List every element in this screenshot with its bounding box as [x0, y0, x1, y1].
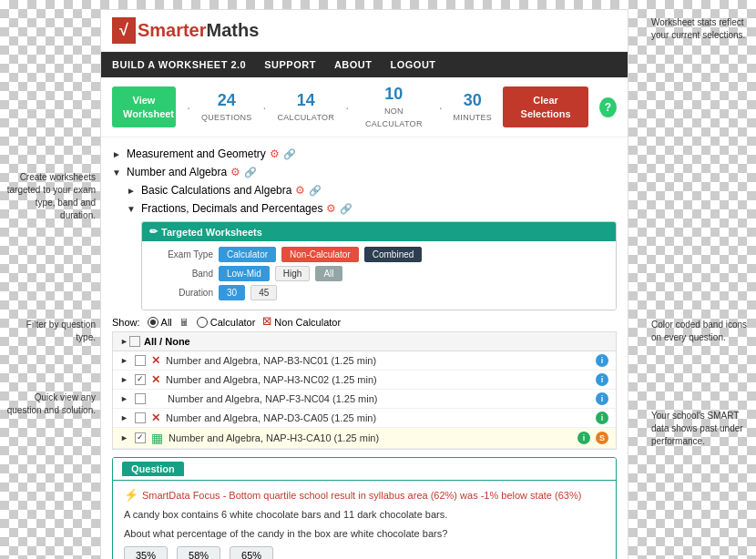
q-row5-badge-green: i: [577, 432, 590, 444]
logo-smarter: Smarter: [138, 20, 207, 40]
q-row5-checkbox[interactable]: [135, 432, 146, 443]
all-none-label: All / None: [144, 336, 190, 347]
link-icon-measurement: 🔗: [283, 148, 296, 160]
nav-about[interactable]: ABOUT: [334, 59, 373, 70]
answer-btn-3[interactable]: 65%: [230, 546, 273, 559]
q-row5-badge-orange: S: [596, 432, 608, 444]
table-row: ► ▦ Number and Algebra, NAP-H3-CA10 (1.2…: [113, 428, 616, 449]
show-all-option[interactable]: All: [148, 317, 172, 328]
answer-row: 35% 58% 65%: [124, 546, 605, 559]
question-panel-header: Question: [113, 458, 616, 481]
q-row1-checkbox[interactable]: [135, 355, 146, 366]
q-row3-arrow[interactable]: ►: [120, 394, 129, 403]
clear-selections-button[interactable]: Clear Selections: [503, 86, 588, 127]
link-icon-fractions: 🔗: [340, 203, 352, 215]
q-row4-badge: i: [596, 412, 608, 424]
q-row1-x-icon: ✕: [151, 354, 160, 367]
settings-icon-measurement[interactable]: ⚙: [270, 147, 280, 160]
show-calculator-label: Calculator: [210, 317, 256, 328]
calc-icon: 🖩: [179, 317, 189, 328]
settings-icon-number-algebra[interactable]: ⚙: [230, 166, 240, 178]
questions-label: QUESTIONS: [201, 113, 252, 122]
tree-item-basic-calc: Basic Calculations and Algebra ⚙ 🔗: [112, 181, 617, 199]
q-row4-checkbox[interactable]: [135, 412, 146, 423]
annotation-right-stats: Worksheet stats reflect your current sel…: [651, 16, 751, 42]
table-row: ► Number and Algebra, NAP-F3-NC04 (1.25 …: [113, 390, 616, 409]
q-row2-arrow[interactable]: ►: [120, 375, 129, 384]
stat-questions: 24 QUESTIONS: [201, 91, 252, 123]
nav-logout[interactable]: LOGOUT: [391, 59, 436, 70]
answer-btn-1[interactable]: 35%: [124, 546, 168, 559]
show-calculator-option[interactable]: Calculator: [197, 317, 256, 328]
show-label: Show:: [112, 317, 140, 328]
tree-arrow-basic-calc[interactable]: [127, 186, 138, 196]
fractions-label: Fractions, Decimals and Percentages: [141, 202, 322, 215]
q-row2-badge: i: [596, 373, 608, 386]
settings-icon-fractions[interactable]: ⚙: [326, 202, 336, 215]
stat-calculator: 14 CALCULATOR: [278, 91, 335, 123]
table-row: ► ✕ Number and Algebra, NAP-H3-NC02 (1.2…: [113, 371, 616, 390]
q-row5-green-icon: ▦: [151, 431, 163, 445]
question-text-2: About what percentage of the candy in th…: [124, 526, 605, 542]
band-row: Band Low-Mid High All: [149, 266, 608, 281]
targeted-panel-body: Exam Type Calculator Non-Calculator Comb…: [142, 241, 616, 310]
exam-type-row: Exam Type Calculator Non-Calculator Comb…: [149, 247, 608, 262]
q-row1-text: Number and Algebra, NAP-B3-NC01 (1.25 mi…: [166, 355, 590, 366]
exam-type-combined-btn[interactable]: Combined: [364, 247, 423, 262]
basic-calc-label: Basic Calculations and Algebra: [141, 184, 291, 197]
content-area: Measurement and Geometry ⚙ 🔗 Number and …: [101, 137, 628, 559]
exam-type-calculator-btn[interactable]: Calculator: [219, 247, 276, 262]
nav-support[interactable]: SUPPORT: [264, 59, 316, 70]
q-row4-x-icon: ✕: [151, 412, 160, 424]
stat-sep4: ·: [439, 100, 443, 115]
link-icon-number-algebra: 🔗: [244, 167, 257, 178]
duration-45-btn[interactable]: 45: [250, 285, 277, 300]
header: √ SmarterMaths: [101, 10, 628, 52]
q-row3-checkbox[interactable]: [135, 393, 146, 404]
stat-sep1: ·: [187, 100, 190, 115]
show-noncalculator-label: Non Calculator: [274, 317, 341, 328]
tree-item-fractions: Fractions, Decimals and Percentages ⚙ 🔗: [112, 199, 617, 218]
annotation-left-filter: Filter by question type.: [5, 319, 96, 344]
question-tab[interactable]: Question: [122, 462, 184, 476]
lightning-icon: ⚡: [124, 488, 138, 502]
q-row4-arrow[interactable]: ►: [120, 413, 129, 422]
band-lowmid-btn[interactable]: Low-Mid: [219, 266, 270, 281]
show-noncalculator-option[interactable]: ☒ Non Calculator: [262, 316, 341, 328]
tree-arrow-number-algebra[interactable]: [112, 168, 123, 178]
view-worksheet-button[interactable]: View Worksheet: [112, 86, 176, 127]
annotation-left-quickview: Quick view any question and solution.: [5, 391, 96, 417]
logo-maths: Maths: [207, 20, 260, 40]
q-row2-checkbox[interactable]: [135, 374, 146, 385]
band-high-btn[interactable]: High: [275, 266, 311, 281]
targeted-worksheets-panel: Targeted Worksheets Exam Type Calculator…: [141, 221, 617, 310]
help-button[interactable]: ?: [599, 97, 617, 117]
duration-30-btn[interactable]: 30: [219, 285, 245, 300]
tree-item-measurement: Measurement and Geometry ⚙ 🔗: [112, 145, 617, 163]
link-icon-basic-calc: 🔗: [309, 185, 322, 197]
duration-row: Duration 30 45: [149, 285, 608, 300]
smart-data-text: SmartData Focus - Bottom quartile school…: [142, 490, 581, 501]
question-panel: Question ⚡ SmartData Focus - Bottom quar…: [112, 457, 617, 559]
table-row: ► ✕ Number and Algebra, NAP-B3-NC01 (1.2…: [113, 351, 616, 371]
stat-sep3: ·: [345, 100, 349, 115]
band-all-btn[interactable]: All: [315, 266, 342, 281]
targeted-panel-header: Targeted Worksheets: [142, 222, 616, 241]
exam-type-label: Exam Type: [149, 249, 213, 259]
all-none-checkbox[interactable]: [129, 336, 140, 347]
measurement-geometry-label: Measurement and Geometry: [127, 147, 266, 160]
q-row1-arrow[interactable]: ►: [120, 356, 129, 365]
all-none-arrow: ►: [120, 337, 129, 346]
nav-build-worksheet[interactable]: BUILD A WORKSHEET 2.0: [112, 59, 246, 70]
logo: √ SmarterMaths: [112, 17, 617, 44]
stat-minutes: 30 MINUTES: [454, 91, 493, 123]
settings-icon-basic-calc[interactable]: ⚙: [295, 184, 305, 197]
minutes-label: MINUTES: [454, 113, 493, 122]
tree-arrow-fractions[interactable]: [127, 204, 138, 214]
q-row3-text: Number and Algebra, NAP-F3-NC04 (1.25 mi…: [168, 393, 590, 404]
q-row5-arrow[interactable]: ►: [120, 433, 129, 442]
q-row5-text: Number and Algebra, NAP-H3-CA10 (1.25 mi…: [169, 432, 572, 443]
exam-type-noncalculator-btn[interactable]: Non-Calculator: [281, 247, 359, 262]
tree-arrow-measurement[interactable]: [112, 149, 123, 159]
answer-btn-2[interactable]: 58%: [177, 546, 220, 559]
